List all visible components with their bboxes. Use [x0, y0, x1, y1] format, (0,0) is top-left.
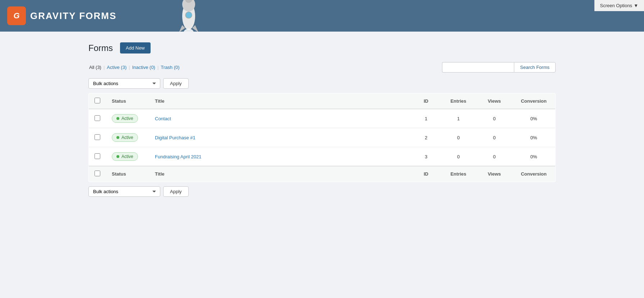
status-dot-0 [116, 117, 119, 120]
row-checkbox-2[interactable] [95, 153, 100, 159]
table-body: Active Contact 1 1 0 0% Active Digital P… [89, 109, 556, 166]
footer-id: ID [412, 166, 441, 182]
status-label-2: Active [121, 154, 133, 159]
row-checkbox-1[interactable] [95, 134, 100, 140]
table-row: Active Contact 1 1 0 0% [89, 109, 556, 128]
status-badge-2: Active [112, 152, 138, 161]
form-title-link-1[interactable]: Digital Purchase #1 [155, 135, 196, 140]
svg-point-5 [184, 29, 194, 32]
row-id-0: 1 [412, 109, 441, 128]
logo-text: GRAVITY FORMS [30, 10, 116, 22]
table-footer-row: Status Title ID Entries Views Conversion [89, 166, 556, 182]
status-label-0: Active [121, 116, 133, 121]
row-views-1: 0 [477, 128, 512, 147]
screen-options-button[interactable]: Screen Options ▼ [594, 0, 644, 11]
form-title-link-0[interactable]: Contact [155, 116, 171, 121]
search-input[interactable] [442, 62, 514, 73]
page-header: Forms Add New [88, 42, 556, 53]
row-views-0: 0 [477, 109, 512, 128]
row-checkbox-0[interactable] [95, 115, 100, 121]
filter-links: All (3) | Active (3) | Inactive (0) | Tr… [88, 65, 180, 70]
col-entries-header: Entries [441, 93, 477, 109]
col-id-header: ID [412, 93, 441, 109]
col-status-header: Status [106, 93, 149, 109]
select-all-footer [89, 166, 106, 182]
filter-inactive[interactable]: Inactive (0) [132, 65, 155, 70]
logo-icon: G [7, 6, 26, 25]
page-title: Forms [88, 43, 113, 53]
row-entries-0: 1 [441, 109, 477, 128]
svg-marker-4 [192, 25, 198, 32]
form-title-link-2[interactable]: Fundraising April 2021 [155, 154, 201, 159]
select-all-footer-checkbox[interactable] [95, 171, 100, 176]
status-dot-1 [116, 136, 119, 139]
main-content: Forms Add New All (3) | Active (3) | Ina… [74, 32, 570, 212]
screen-options-label: Screen Options [600, 3, 632, 8]
filter-trash[interactable]: Trash (0) [161, 65, 179, 70]
col-conversion-header: Conversion [512, 93, 556, 109]
footer-title: Title [149, 166, 412, 182]
footer-views: Views [477, 166, 512, 182]
row-conversion-2: 0% [512, 147, 556, 166]
table-header-row: Status Title ID Entries Views Conversion [89, 93, 556, 109]
row-entries-1: 0 [441, 128, 477, 147]
status-dot-2 [116, 155, 119, 158]
screen-options-arrow: ▼ [634, 3, 638, 8]
rocket-decoration [172, 0, 205, 32]
forms-table: Status Title ID Entries Views Conversion [88, 93, 556, 182]
row-conversion-1: 0% [512, 128, 556, 147]
col-title-header: Title [149, 93, 412, 109]
filter-all[interactable]: All (3) [89, 65, 101, 70]
footer-entries: Entries [441, 166, 477, 182]
bulk-actions-select-bottom[interactable]: Bulk actions Activate Deactivate Duplica… [88, 186, 160, 197]
search-area: Search Forms [442, 62, 556, 73]
select-all-checkbox[interactable] [95, 98, 100, 103]
row-conversion-0: 0% [512, 109, 556, 128]
bulk-actions-bottom: Bulk actions Activate Deactivate Duplica… [88, 186, 556, 197]
row-entries-2: 0 [441, 147, 477, 166]
footer-conversion: Conversion [512, 166, 556, 182]
app-header: G GRAVITY FORMS [0, 0, 644, 32]
svg-marker-3 [179, 25, 185, 32]
svg-point-2 [185, 12, 192, 18]
add-new-button[interactable]: Add New [120, 42, 151, 53]
logo-area: G GRAVITY FORMS [7, 6, 116, 25]
row-views-2: 0 [477, 147, 512, 166]
row-id-2: 3 [412, 147, 441, 166]
select-all-header [89, 93, 106, 109]
status-label-1: Active [121, 135, 133, 140]
filter-bar: All (3) | Active (3) | Inactive (0) | Tr… [88, 62, 556, 73]
filter-active[interactable]: Active (3) [107, 65, 126, 70]
apply-button-bottom[interactable]: Apply [163, 186, 189, 197]
bulk-actions-top: Bulk actions Activate Deactivate Duplica… [88, 78, 556, 89]
status-badge-1: Active [112, 133, 138, 142]
table-row: Active Fundraising April 2021 3 0 0 0% [89, 147, 556, 166]
search-forms-button[interactable]: Search Forms [514, 62, 556, 73]
bulk-actions-select-top[interactable]: Bulk actions Activate Deactivate Duplica… [88, 78, 160, 89]
col-views-header: Views [477, 93, 512, 109]
status-badge-0: Active [112, 114, 138, 123]
apply-button-top[interactable]: Apply [163, 78, 189, 89]
footer-status: Status [106, 166, 149, 182]
row-id-1: 2 [412, 128, 441, 147]
table-row: Active Digital Purchase #1 2 0 0 0% [89, 128, 556, 147]
